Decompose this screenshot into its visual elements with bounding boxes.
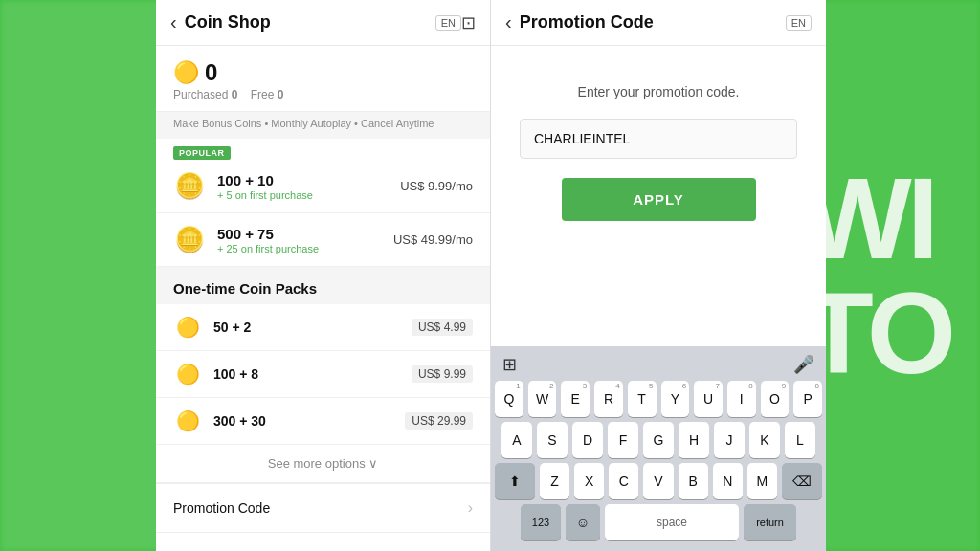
coin-plan-bonus-2: + 25 on first purchase: [217, 243, 393, 254]
key-u[interactable]: U7: [694, 381, 723, 417]
coin-shop-content: 🟡 0 Purchased 0 Free 0 Make Bonus Coins …: [156, 46, 490, 551]
coin-shop-title: Coin Shop: [185, 12, 430, 33]
one-time-price-1: US$ 4.99: [412, 319, 473, 336]
coin-shop-lang[interactable]: EN: [435, 15, 461, 31]
one-time-item-1[interactable]: 🟡 50 + 2 US$ 4.99: [156, 304, 490, 351]
backspace-key[interactable]: ⌫: [782, 463, 822, 499]
keyboard-apps-icon[interactable]: ⊞: [502, 354, 517, 375]
coins-main: 🟡 0: [173, 59, 473, 86]
key-v[interactable]: V: [643, 463, 673, 499]
key-x[interactable]: X: [574, 463, 604, 499]
coin-plan-price-1: US$ 9.99/mo: [400, 179, 473, 193]
key-emoji[interactable]: ☺: [566, 504, 600, 540]
promo-lang[interactable]: EN: [786, 15, 812, 31]
promotion-code-menu-item[interactable]: Promotion Code ›: [156, 483, 490, 532]
coin-plan-price-2: US$ 49.99/mo: [393, 232, 473, 247]
key-return[interactable]: return: [744, 504, 796, 540]
monthly-terms-menu-item[interactable]: Monthly Coin Plan Terms ∨: [156, 532, 490, 551]
promo-content: Enter your promotion code. APPLY: [491, 46, 826, 346]
key-k[interactable]: K: [749, 422, 780, 458]
key-a[interactable]: A: [501, 422, 532, 458]
key-h[interactable]: H: [679, 422, 709, 458]
one-time-coin-icon-1: 🟡: [173, 316, 202, 339]
keyboard: ⊞ 🎤 Q1 W2 E3 R4 T5 Y6 U7 I8 O9 P0 A S D: [491, 346, 826, 551]
key-i[interactable]: I8: [727, 381, 756, 417]
key-y[interactable]: Y6: [661, 381, 690, 417]
one-time-item-3[interactable]: 🟡 300 + 30 US$ 29.99: [156, 398, 490, 445]
coins-amount: 0: [205, 59, 217, 86]
key-num-toggle[interactable]: 123: [521, 504, 561, 540]
monthly-plan-item-1[interactable]: 🪙 100 + 10 + 5 on first purchase US$ 9.9…: [156, 160, 490, 213]
promo-back-button[interactable]: ‹: [505, 11, 512, 33]
key-b[interactable]: B: [679, 463, 708, 499]
space-key[interactable]: space: [605, 504, 739, 540]
key-f[interactable]: F: [608, 422, 638, 458]
one-time-amount-2: 100 + 8: [213, 366, 258, 382]
one-time-amount-1: 50 + 2: [213, 320, 251, 335]
key-j[interactable]: J: [714, 422, 745, 458]
see-more-button[interactable]: See more options ∨: [156, 445, 490, 483]
coin-plan-amount-1: 100 + 10: [217, 172, 400, 188]
promo-header: ‹ Promotion Code EN: [491, 0, 826, 46]
key-l[interactable]: L: [785, 422, 815, 458]
key-g[interactable]: G: [643, 422, 674, 458]
coin-pile-icon-2: 🪙: [173, 225, 206, 254]
key-n[interactable]: N: [713, 463, 743, 499]
one-time-info-1: 50 + 2: [213, 319, 412, 336]
promo-code-input[interactable]: [520, 119, 797, 159]
key-d[interactable]: D: [572, 422, 603, 458]
monthly-plans-section: POPULAR 🪙 100 + 10 + 5 on first purchase…: [156, 139, 490, 267]
promo-title: Promotion Code: [520, 12, 780, 33]
apply-button[interactable]: APPLY: [562, 178, 756, 221]
free-label: Free 0: [251, 88, 284, 101]
coin-shop-back-button[interactable]: ‹: [170, 11, 177, 33]
popular-badge: POPULAR: [173, 146, 231, 160]
one-time-price-2: US$ 9.99: [412, 365, 473, 383]
promotion-code-panel: ‹ Promotion Code EN Enter your promotion…: [491, 0, 826, 551]
keyboard-row-4: 123 ☺ space return: [495, 504, 822, 540]
one-time-coin-icon-2: 🟡: [173, 363, 202, 386]
coin-shop-header: ‹ Coin Shop EN ⊡: [156, 0, 490, 46]
keyboard-row-2: A S D F G H J K L: [495, 422, 822, 458]
promotion-code-label: Promotion Code: [173, 500, 468, 516]
key-c[interactable]: C: [609, 463, 638, 499]
key-w[interactable]: W2: [528, 381, 557, 417]
coin-shop-panel: ‹ Coin Shop EN ⊡ 🟡 0 Purchased 0 Free 0 …: [156, 0, 491, 551]
coin-pile-icon-1: 🪙: [173, 171, 206, 201]
key-q[interactable]: Q1: [495, 381, 523, 417]
coin-plan-amount-2: 500 + 75: [217, 226, 393, 242]
one-time-price-3: US$ 29.99: [405, 412, 473, 430]
one-time-amount-3: 300 + 30: [213, 413, 266, 429]
keyboard-top-bar: ⊞ 🎤: [495, 354, 822, 381]
coin-icon-large: 🟡: [173, 60, 199, 85]
right-blur-overlay: [817, 0, 980, 551]
shift-key[interactable]: ⬆: [495, 463, 535, 499]
left-blur-overlay: [0, 0, 163, 551]
purchased-label: Purchased 0: [173, 88, 237, 101]
keyboard-mic-icon[interactable]: 🎤: [793, 354, 814, 375]
promotion-code-arrow-icon: ›: [468, 499, 473, 517]
key-z[interactable]: Z: [540, 463, 569, 499]
promo-instruction: Enter your promotion code.: [578, 84, 740, 99]
one-time-coin-icon-3: 🟡: [173, 409, 202, 432]
key-s[interactable]: S: [537, 422, 568, 458]
one-time-section-title: One-time Coin Packs: [156, 267, 490, 304]
coin-plan-bonus-1: + 5 on first purchase: [217, 189, 400, 201]
keyboard-row-1: Q1 W2 E3 R4 T5 Y6 U7 I8 O9 P0: [495, 381, 822, 417]
coins-summary: 🟡 0 Purchased 0 Free 0: [156, 46, 490, 111]
plan-notice: Make Bonus Coins • Monthly Autoplay • Ca…: [156, 111, 490, 135]
one-time-info-2: 100 + 8: [213, 365, 412, 383]
key-e[interactable]: E3: [561, 381, 590, 417]
monthly-plan-item-2[interactable]: 🪙 500 + 75 + 25 on first purchase US$ 49…: [156, 213, 490, 267]
key-r[interactable]: R4: [594, 381, 623, 417]
key-t[interactable]: T5: [628, 381, 657, 417]
key-p[interactable]: P0: [793, 381, 822, 417]
key-o[interactable]: O9: [761, 381, 790, 417]
one-time-item-2[interactable]: 🟡 100 + 8 US$ 9.99: [156, 351, 490, 398]
coin-shop-menu-icon[interactable]: ⊡: [461, 12, 476, 33]
panels-container: ‹ Coin Shop EN ⊡ 🟡 0 Purchased 0 Free 0 …: [156, 0, 826, 551]
key-m[interactable]: M: [747, 463, 777, 499]
coins-sub: Purchased 0 Free 0: [173, 88, 473, 101]
keyboard-row-3: ⬆ Z X C V B N M ⌫: [495, 463, 822, 499]
coin-plan-info-2: 500 + 75 + 25 on first purchase: [217, 226, 393, 254]
